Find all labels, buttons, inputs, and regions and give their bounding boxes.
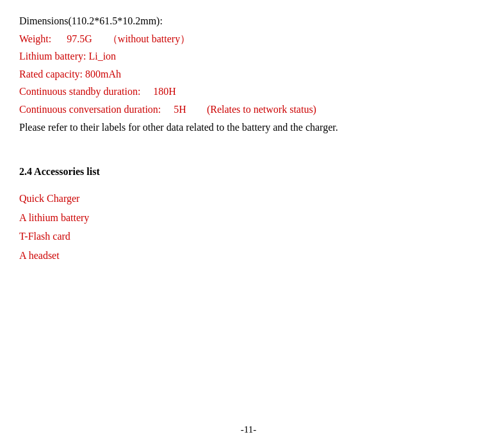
standby-label: Continuous standby duration: [19,86,140,97]
page-number: -11- [241,424,256,435]
conversation-value: 5H [174,104,186,115]
accessories-list: Quick Charger A lithium battery T-Flash … [19,190,478,263]
standby-duration-line: Continuous standby duration: 180H [19,83,478,100]
list-item-quick-charger: Quick Charger [19,190,478,207]
page-content: Dimensions(110.2*61.5*10.2mm): Weight: 9… [0,0,497,292]
dimensions-text: Dimensions(110.2*61.5*10.2mm): [19,15,163,26]
weight-note: （without battery） [108,33,190,44]
conversation-duration-line: Continuous conversation duration: 5H (Re… [19,101,478,118]
weight-label: Weight: [19,33,51,44]
rated-capacity-line: Rated capacity: 800mAh [19,66,478,83]
standby-value: 180H [153,86,176,97]
list-item-lithium-battery: A lithium battery [19,210,478,226]
rated-capacity-text: Rated capacity: 800mAh [19,69,121,79]
list-item-headset: A headset [19,247,478,264]
accessories-heading-text: 2.4 Accessories list [19,166,100,177]
conversation-label: Continuous conversation duration: [19,104,161,115]
weight-line: Weight: 97.5G （without battery） [19,31,478,47]
refer-labels-line: Please refer to their labels for other d… [19,119,478,136]
lithium-battery-line: Lithium battery: Li_ion [19,48,478,65]
lithium-battery-item-text: A lithium battery [19,212,89,223]
weight-value: 97.5G [67,33,92,44]
accessories-heading: 2.4 Accessories list [19,166,478,178]
refer-labels-text: Please refer to their labels for other d… [19,122,338,133]
headset-text: A headset [19,250,60,261]
list-item-tflash-card: T-Flash card [19,228,478,245]
quick-charger-text: Quick Charger [19,193,79,204]
dimensions-line: Dimensions(110.2*61.5*10.2mm): [19,13,478,29]
page-footer: -11- [0,424,497,435]
tflash-card-text: T-Flash card [19,231,70,242]
lithium-battery-text: Lithium battery: Li_ion [19,51,116,62]
conversation-note: (Relates to network status) [207,104,316,115]
